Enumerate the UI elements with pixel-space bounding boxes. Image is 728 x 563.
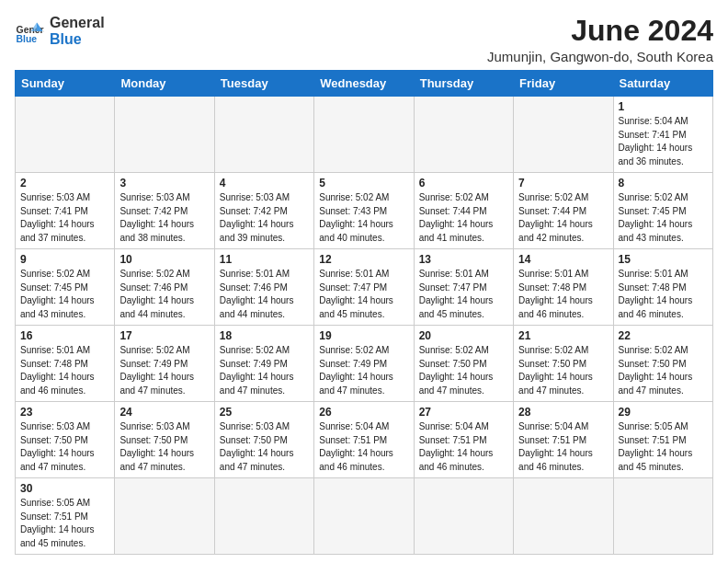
day-number: 6	[419, 177, 508, 190]
day-info: Sunrise: 5:01 AM Sunset: 7:47 PM Dayligh…	[419, 268, 508, 321]
day-number: 27	[419, 406, 508, 419]
table-row	[314, 97, 414, 173]
logo-general-text: General	[50, 15, 105, 31]
day-number: 28	[518, 406, 608, 419]
table-row: 8Sunrise: 5:02 AM Sunset: 7:45 PM Daylig…	[613, 173, 712, 249]
day-info: Sunrise: 5:02 AM Sunset: 7:44 PM Dayligh…	[518, 191, 608, 245]
day-info: Sunrise: 5:04 AM Sunset: 7:51 PM Dayligh…	[319, 420, 408, 474]
day-number: 30	[20, 482, 109, 495]
header: General Blue General Blue June 2024 Jumu…	[15, 15, 713, 64]
day-number: 22	[619, 329, 708, 342]
calendar-header-row: Sunday Monday Tuesday Wednesday Thursday…	[16, 71, 713, 97]
day-info: Sunrise: 5:05 AM Sunset: 7:51 PM Dayligh…	[619, 420, 708, 474]
table-row	[115, 478, 214, 555]
col-sunday: Sunday	[16, 71, 115, 97]
table-row: 30Sunrise: 5:05 AM Sunset: 7:51 PM Dayli…	[16, 478, 115, 555]
day-number: 17	[119, 329, 209, 342]
day-number: 2	[20, 177, 109, 190]
day-info: Sunrise: 5:02 AM Sunset: 7:49 PM Dayligh…	[119, 344, 209, 397]
day-info: Sunrise: 5:02 AM Sunset: 7:44 PM Dayligh…	[419, 191, 508, 245]
day-number: 23	[20, 406, 109, 419]
day-info: Sunrise: 5:02 AM Sunset: 7:45 PM Dayligh…	[619, 191, 708, 245]
table-row	[214, 478, 313, 555]
table-row: 28Sunrise: 5:04 AM Sunset: 7:51 PM Dayli…	[514, 402, 613, 478]
title-block: June 2024 Jumunjin, Gangwon-do, South Ko…	[487, 15, 713, 64]
day-number: 15	[619, 253, 708, 266]
col-friday: Friday	[514, 71, 613, 97]
day-info: Sunrise: 5:02 AM Sunset: 7:50 PM Dayligh…	[619, 344, 708, 397]
table-row: 13Sunrise: 5:01 AM Sunset: 7:47 PM Dayli…	[414, 249, 513, 326]
day-number: 19	[319, 329, 408, 342]
table-row	[414, 478, 513, 555]
day-info: Sunrise: 5:03 AM Sunset: 7:50 PM Dayligh…	[119, 420, 209, 474]
day-info: Sunrise: 5:03 AM Sunset: 7:42 PM Dayligh…	[220, 191, 309, 245]
table-row: 9Sunrise: 5:02 AM Sunset: 7:45 PM Daylig…	[16, 249, 115, 326]
logo-blue-text: Blue	[50, 31, 105, 48]
day-info: Sunrise: 5:02 AM Sunset: 7:43 PM Dayligh…	[319, 191, 408, 245]
table-row: 18Sunrise: 5:02 AM Sunset: 7:49 PM Dayli…	[214, 326, 313, 402]
day-info: Sunrise: 5:01 AM Sunset: 7:48 PM Dayligh…	[20, 344, 109, 397]
day-number: 9	[20, 253, 109, 266]
month-year: June 2024	[487, 15, 713, 47]
table-row: 19Sunrise: 5:02 AM Sunset: 7:49 PM Dayli…	[314, 326, 414, 402]
table-row: 17Sunrise: 5:02 AM Sunset: 7:49 PM Dayli…	[115, 326, 214, 402]
table-row: 12Sunrise: 5:01 AM Sunset: 7:47 PM Dayli…	[314, 249, 414, 326]
day-number: 11	[220, 253, 309, 266]
table-row: 1Sunrise: 5:04 AM Sunset: 7:41 PM Daylig…	[613, 97, 712, 173]
table-row: 26Sunrise: 5:04 AM Sunset: 7:51 PM Dayli…	[314, 402, 414, 478]
day-info: Sunrise: 5:01 AM Sunset: 7:48 PM Dayligh…	[518, 268, 608, 321]
table-row: 2Sunrise: 5:03 AM Sunset: 7:41 PM Daylig…	[16, 173, 115, 249]
day-info: Sunrise: 5:03 AM Sunset: 7:50 PM Dayligh…	[220, 420, 309, 474]
day-number: 7	[518, 177, 608, 190]
col-monday: Monday	[115, 71, 214, 97]
day-info: Sunrise: 5:04 AM Sunset: 7:41 PM Dayligh…	[619, 115, 708, 168]
day-info: Sunrise: 5:02 AM Sunset: 7:46 PM Dayligh…	[119, 268, 209, 321]
day-info: Sunrise: 5:02 AM Sunset: 7:50 PM Dayligh…	[419, 344, 508, 397]
table-row: 11Sunrise: 5:01 AM Sunset: 7:46 PM Dayli…	[214, 249, 313, 326]
col-saturday: Saturday	[613, 71, 712, 97]
table-row: 23Sunrise: 5:03 AM Sunset: 7:50 PM Dayli…	[16, 402, 115, 478]
day-number: 18	[220, 329, 309, 342]
day-info: Sunrise: 5:03 AM Sunset: 7:50 PM Dayligh…	[20, 420, 109, 474]
day-number: 10	[119, 253, 209, 266]
logo-icon: General Blue	[15, 17, 44, 46]
day-number: 5	[319, 177, 408, 190]
table-row	[214, 97, 313, 173]
day-number: 26	[319, 406, 408, 419]
day-number: 29	[619, 406, 708, 419]
day-number: 14	[518, 253, 608, 266]
day-info: Sunrise: 5:01 AM Sunset: 7:46 PM Dayligh…	[220, 268, 309, 321]
table-row: 24Sunrise: 5:03 AM Sunset: 7:50 PM Dayli…	[115, 402, 214, 478]
day-info: Sunrise: 5:01 AM Sunset: 7:48 PM Dayligh…	[619, 268, 708, 321]
table-row: 10Sunrise: 5:02 AM Sunset: 7:46 PM Dayli…	[115, 249, 214, 326]
page: General Blue General Blue June 2024 Jumu…	[0, 0, 728, 563]
day-info: Sunrise: 5:02 AM Sunset: 7:45 PM Dayligh…	[20, 268, 109, 321]
day-number: 1	[619, 100, 708, 113]
table-row	[514, 478, 613, 555]
day-info: Sunrise: 5:03 AM Sunset: 7:42 PM Dayligh…	[119, 191, 209, 245]
table-row: 4Sunrise: 5:03 AM Sunset: 7:42 PM Daylig…	[214, 173, 313, 249]
table-row: 25Sunrise: 5:03 AM Sunset: 7:50 PM Dayli…	[214, 402, 313, 478]
table-row	[16, 97, 115, 173]
day-number: 8	[619, 177, 708, 190]
table-row: 16Sunrise: 5:01 AM Sunset: 7:48 PM Dayli…	[16, 326, 115, 402]
table-row: 15Sunrise: 5:01 AM Sunset: 7:48 PM Dayli…	[613, 249, 712, 326]
table-row	[115, 97, 214, 173]
table-row: 22Sunrise: 5:02 AM Sunset: 7:50 PM Dayli…	[613, 326, 712, 402]
svg-text:Blue: Blue	[17, 34, 38, 44]
day-info: Sunrise: 5:02 AM Sunset: 7:50 PM Dayligh…	[518, 344, 608, 397]
day-info: Sunrise: 5:05 AM Sunset: 7:51 PM Dayligh…	[20, 497, 109, 550]
table-row: 27Sunrise: 5:04 AM Sunset: 7:51 PM Dayli…	[414, 402, 513, 478]
location: Jumunjin, Gangwon-do, South Korea	[487, 49, 713, 64]
day-number: 21	[518, 329, 608, 342]
table-row: 6Sunrise: 5:02 AM Sunset: 7:44 PM Daylig…	[414, 173, 513, 249]
table-row	[514, 97, 613, 173]
col-tuesday: Tuesday	[214, 71, 313, 97]
day-info: Sunrise: 5:02 AM Sunset: 7:49 PM Dayligh…	[220, 344, 309, 397]
day-number: 4	[220, 177, 309, 190]
col-wednesday: Wednesday	[314, 71, 414, 97]
calendar-table: Sunday Monday Tuesday Wednesday Thursday…	[15, 70, 713, 555]
day-info: Sunrise: 5:01 AM Sunset: 7:47 PM Dayligh…	[319, 268, 408, 321]
day-number: 25	[220, 406, 309, 419]
table-row	[314, 478, 414, 555]
